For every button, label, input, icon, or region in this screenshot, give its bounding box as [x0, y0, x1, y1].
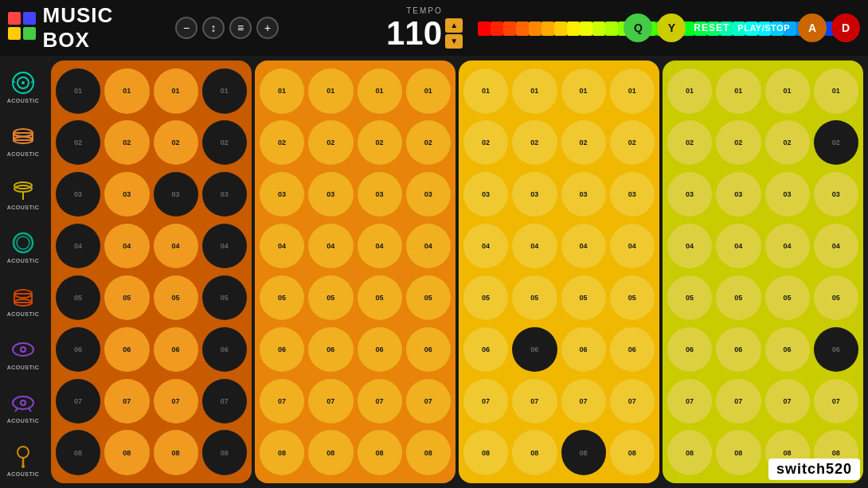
cell-p1-r8-c4[interactable]: 08	[202, 430, 247, 474]
cell-p3-r6-c2[interactable]: 06	[512, 327, 557, 372]
cell-p3-r1-c4[interactable]: 01	[610, 68, 655, 113]
cell-p4-r3-c1[interactable]: 03	[667, 172, 712, 217]
sidebar-item-4[interactable]: ACOUSTIC	[1, 220, 45, 273]
cell-p2-r6-c3[interactable]: 06	[358, 327, 402, 372]
cell-p3-r7-c2[interactable]: 07	[512, 379, 557, 424]
cell-p2-r1-c1[interactable]: 01	[260, 68, 304, 113]
cell-p2-r7-c3[interactable]: 07	[358, 379, 402, 424]
sidebar-item-8[interactable]: ACOUSTIC	[1, 433, 45, 486]
cell-p2-r2-c4[interactable]: 02	[406, 120, 451, 165]
cell-p4-r8-c1[interactable]: 08	[667, 430, 712, 474]
cell-p1-r5-c3[interactable]: 05	[154, 275, 198, 320]
cell-p2-r7-c4[interactable]: 07	[406, 379, 451, 424]
cell-p1-r2-c1[interactable]: 02	[56, 120, 100, 165]
cell-p3-r2-c2[interactable]: 02	[512, 120, 557, 165]
cell-p1-r5-c4[interactable]: 05	[202, 275, 247, 320]
cell-p2-r3-c2[interactable]: 03	[308, 172, 353, 217]
cell-p3-r3-c3[interactable]: 03	[561, 172, 606, 217]
cell-p1-r7-c3[interactable]: 07	[154, 379, 198, 424]
cell-p3-r5-c1[interactable]: 05	[463, 275, 508, 320]
cell-p4-r4-c4[interactable]: 04	[814, 224, 858, 268]
cell-p1-r6-c4[interactable]: 06	[202, 327, 247, 372]
cell-p2-r8-c1[interactable]: 08	[260, 430, 304, 474]
cell-p4-r5-c3[interactable]: 05	[765, 275, 810, 320]
sidebar-item-7[interactable]: ACOUSTIC	[1, 380, 45, 433]
cell-p3-r2-c4[interactable]: 02	[610, 120, 655, 165]
cell-p1-r1-c1[interactable]: 01	[56, 68, 100, 113]
cell-p2-r8-c2[interactable]: 08	[308, 430, 353, 474]
cell-p3-r6-c4[interactable]: 06	[610, 327, 655, 372]
cell-p3-r8-c1[interactable]: 08	[463, 430, 508, 474]
cell-p1-r4-c1[interactable]: 04	[56, 224, 100, 268]
cell-p3-r1-c3[interactable]: 01	[561, 68, 606, 113]
cell-p1-r3-c1[interactable]: 03	[56, 172, 100, 217]
cell-p3-r6-c3[interactable]: 06	[561, 327, 606, 372]
cell-p1-r4-c3[interactable]: 04	[154, 224, 198, 268]
sidebar-item-2[interactable]: ACOUSTIC	[1, 113, 45, 166]
cell-p3-r4-c2[interactable]: 04	[512, 224, 557, 268]
cell-p1-r8-c1[interactable]: 08	[56, 430, 100, 474]
cell-p4-r1-c3[interactable]: 01	[765, 68, 810, 113]
cell-p2-r3-c1[interactable]: 03	[260, 172, 304, 217]
cell-p3-r4-c1[interactable]: 04	[463, 224, 508, 268]
cell-p1-r7-c2[interactable]: 07	[104, 379, 149, 424]
cell-p2-r4-c1[interactable]: 04	[260, 224, 304, 268]
cell-p1-r8-c3[interactable]: 08	[154, 430, 198, 474]
cell-p2-r1-c2[interactable]: 01	[308, 68, 353, 113]
cell-p4-r6-c3[interactable]: 06	[765, 327, 810, 372]
cell-p1-r6-c2[interactable]: 06	[104, 327, 149, 372]
cell-p2-r2-c1[interactable]: 02	[260, 120, 304, 165]
cell-p1-r7-c1[interactable]: 07	[56, 379, 100, 424]
cell-p2-r8-c3[interactable]: 08	[358, 430, 402, 474]
cell-p4-r5-c1[interactable]: 05	[667, 275, 712, 320]
cell-p4-r4-c2[interactable]: 04	[716, 224, 760, 268]
cell-p3-r5-c4[interactable]: 05	[610, 275, 655, 320]
cell-p3-r1-c1[interactable]: 01	[463, 68, 508, 113]
cell-p4-r2-c2[interactable]: 02	[716, 120, 760, 165]
cell-p3-r4-c4[interactable]: 04	[610, 224, 655, 268]
sidebar-item-3[interactable]: ACOUSTIC	[1, 166, 45, 220]
cell-p4-r2-c3[interactable]: 02	[765, 120, 810, 165]
cell-p1-r5-c1[interactable]: 05	[56, 275, 100, 320]
a-button[interactable]: A	[798, 14, 827, 42]
cell-p3-r8-c4[interactable]: 08	[610, 430, 655, 474]
cell-p1-r1-c4[interactable]: 01	[202, 68, 247, 113]
cell-p3-r2-c3[interactable]: 02	[561, 120, 606, 165]
sort-button[interactable]: ↕	[202, 17, 225, 39]
cell-p2-r5-c1[interactable]: 05	[260, 275, 304, 320]
cell-p3-r3-c4[interactable]: 03	[610, 172, 655, 217]
cell-p1-r1-c3[interactable]: 01	[154, 68, 198, 113]
cell-p1-r6-c1[interactable]: 06	[56, 327, 100, 372]
cell-p3-r8-c2[interactable]: 08	[512, 430, 557, 474]
cell-p1-r4-c2[interactable]: 04	[104, 224, 149, 268]
cell-p2-r1-c3[interactable]: 01	[358, 68, 402, 113]
plus-button[interactable]: +	[256, 17, 279, 39]
cell-p3-r8-c3[interactable]: 08	[561, 430, 606, 474]
cell-p4-r7-c3[interactable]: 07	[765, 379, 810, 424]
cell-p4-r7-c4[interactable]: 07	[814, 379, 858, 424]
cell-p1-r2-c2[interactable]: 02	[104, 120, 149, 165]
settings-button[interactable]: ≡	[229, 17, 252, 39]
q-button[interactable]: Q	[624, 14, 652, 42]
y-button[interactable]: Y	[657, 14, 686, 42]
cell-p1-r3-c3[interactable]: 03	[154, 172, 198, 217]
cell-p2-r2-c2[interactable]: 02	[308, 120, 353, 165]
cell-p3-r7-c1[interactable]: 07	[463, 379, 508, 424]
cell-p2-r3-c4[interactable]: 03	[406, 172, 451, 217]
sidebar-item-1[interactable]: ACOUSTIC	[1, 60, 45, 113]
cell-p2-r4-c3[interactable]: 04	[358, 224, 402, 268]
cell-p2-r5-c2[interactable]: 05	[308, 275, 353, 320]
cell-p3-r7-c4[interactable]: 07	[610, 379, 655, 424]
cell-p4-r2-c1[interactable]: 02	[667, 120, 712, 165]
cell-p2-r7-c1[interactable]: 07	[260, 379, 304, 424]
cell-p3-r6-c1[interactable]: 06	[463, 327, 508, 372]
cell-p1-r3-c4[interactable]: 03	[202, 172, 247, 217]
sidebar-item-6[interactable]: ACOUSTIC	[1, 326, 45, 380]
cell-p2-r4-c2[interactable]: 04	[308, 224, 353, 268]
cell-p3-r7-c3[interactable]: 07	[561, 379, 606, 424]
cell-p4-r3-c3[interactable]: 03	[765, 172, 810, 217]
sidebar-item-5[interactable]: ACOUSTIC	[1, 273, 45, 326]
cell-p4-r4-c3[interactable]: 04	[765, 224, 810, 268]
cell-p3-r2-c1[interactable]: 02	[463, 120, 508, 165]
cell-p4-r1-c4[interactable]: 01	[814, 68, 858, 113]
